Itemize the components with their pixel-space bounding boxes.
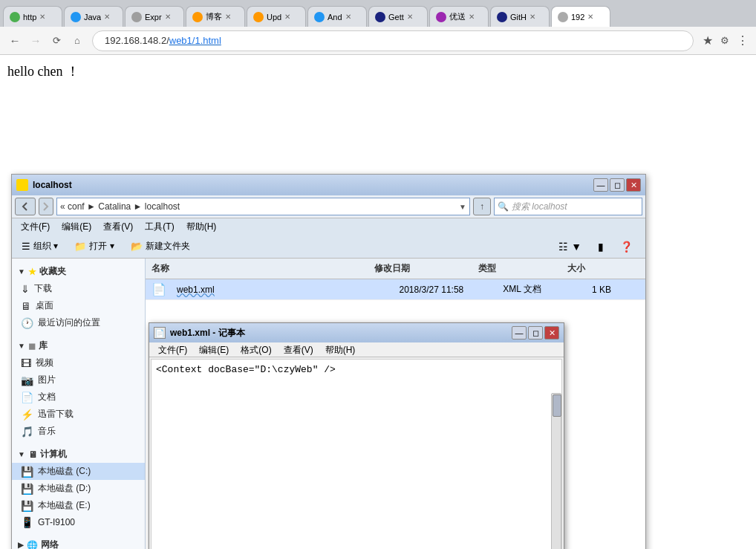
tab-8[interactable]: GitH ✕ bbox=[490, 6, 550, 27]
tab-5[interactable]: And ✕ bbox=[307, 6, 367, 27]
notepad-title: web1.xml - 记事本 bbox=[170, 327, 245, 340]
tab-close-5[interactable]: ✕ bbox=[345, 13, 351, 21]
notepad-menu-edit[interactable]: 编辑(E) bbox=[193, 343, 235, 356]
sidebar-item-pictures[interactable]: 📷 图片 bbox=[12, 371, 145, 389]
sidebar-item-desktop[interactable]: 🖥 桌面 bbox=[12, 297, 145, 314]
sidebar-item-label-drive-c: 本地磁盘 (C:) bbox=[38, 465, 91, 478]
notepad-menu-file[interactable]: 文件(F) bbox=[152, 343, 193, 356]
sidebar-item-thunder[interactable]: ⚡ 迅雷下载 bbox=[12, 406, 145, 423]
phone-icon: 📱 bbox=[21, 516, 33, 528]
tab-close-4[interactable]: ✕ bbox=[284, 13, 290, 21]
explorer-breadcrumb[interactable]: « conf ► Catalina ► localhost ▼ bbox=[56, 198, 470, 215]
tab-close-6[interactable]: ✕ bbox=[407, 13, 413, 21]
tab-label-0: http bbox=[23, 13, 36, 22]
explorer-menu-help[interactable]: 帮助(H) bbox=[180, 219, 223, 235]
notepad-titlebar: 📄 web1.xml - 记事本 — ◻ ✕ bbox=[149, 323, 564, 342]
tab-close-8[interactable]: ✕ bbox=[529, 13, 535, 21]
explorer-view-toggle[interactable]: ☷ ▼ bbox=[552, 238, 588, 255]
notepad-restore-button[interactable]: ◻ bbox=[528, 326, 543, 340]
sidebar-item-label-video: 视频 bbox=[36, 357, 53, 369]
file-size-0: 1 KB bbox=[586, 283, 645, 296]
back-button[interactable]: ← bbox=[4, 30, 25, 51]
sidebar-item-label-drive-d: 本地磁盘 (D:) bbox=[38, 482, 91, 495]
explorer-back-button[interactable] bbox=[15, 198, 36, 215]
sidebar-header-network[interactable]: ▶ 🌐 网络 bbox=[12, 536, 145, 549]
breadcrumb-dropdown[interactable]: ▼ bbox=[459, 203, 466, 211]
sidebar-item-downloads[interactable]: ⇓ 下载 bbox=[12, 280, 145, 297]
notepad-menu-help[interactable]: 帮助(H) bbox=[319, 343, 362, 356]
notepad-menu-row: 文件(F) 编辑(E) 格式(O) 查看(V) 帮助(H) bbox=[149, 342, 564, 357]
open-label: 打开 ▾ bbox=[89, 240, 114, 253]
notepad-scrollbar[interactable] bbox=[551, 393, 561, 549]
address-bar[interactable]: 192.168.148.2/web1/1.html bbox=[92, 30, 694, 51]
col-type[interactable]: 类型 bbox=[472, 261, 561, 276]
address-text: 192.168.148.2/web1/1.html bbox=[105, 35, 684, 46]
search-icon: 🔍 bbox=[498, 201, 509, 212]
tab-0[interactable]: http ✕ bbox=[3, 6, 62, 27]
notepad-menu-view[interactable]: 查看(V) bbox=[278, 343, 319, 356]
col-size[interactable]: 大小 bbox=[561, 261, 621, 276]
reload-button[interactable]: ⟳ bbox=[46, 30, 67, 51]
home-button[interactable]: ⌂ bbox=[67, 30, 88, 51]
file-list-header: 名称 修改日期 类型 大小 bbox=[146, 259, 645, 279]
col-date[interactable]: 修改日期 bbox=[368, 261, 472, 276]
sidebar-item-drive-d[interactable]: 💾 本地磁盘 (D:) bbox=[12, 480, 145, 497]
sidebar-item-drive-c[interactable]: 💾 本地磁盘 (C:) bbox=[12, 463, 145, 480]
sidebar-item-drive-e[interactable]: 💾 本地磁盘 (E:) bbox=[12, 497, 145, 514]
explorer-new-folder-button[interactable]: 📂 新建文件夹 bbox=[124, 238, 197, 255]
explorer-restore-button[interactable]: ◻ bbox=[610, 178, 625, 192]
explorer-up-button[interactable]: ↑ bbox=[473, 198, 491, 215]
forward-button[interactable]: → bbox=[25, 30, 46, 51]
tab-close-0[interactable]: ✕ bbox=[39, 13, 45, 21]
tab-6[interactable]: Gett ✕ bbox=[368, 6, 428, 27]
tab-close-2[interactable]: ✕ bbox=[165, 13, 171, 21]
explorer-details-toggle[interactable]: ▮ bbox=[591, 238, 610, 255]
tab-bar: http ✕ Java ✕ Expr ✕ 博客 ✕ Upd ✕ And ✕ bbox=[0, 0, 756, 27]
notepad-content-area[interactable]: <Context docBase="D:\czyWeb" /> bbox=[151, 359, 562, 549]
file-row-0[interactable]: 📄 web1.xml 2018/3/27 11:58 XML 文档 1 KB bbox=[146, 279, 645, 300]
sidebar-item-music[interactable]: 🎵 音乐 bbox=[12, 423, 145, 440]
explorer-forward-button[interactable] bbox=[39, 198, 53, 215]
col-name[interactable]: 名称 bbox=[146, 261, 368, 276]
explorer-help-button[interactable]: ❓ bbox=[613, 238, 639, 255]
explorer-menu-view[interactable]: 查看(V) bbox=[97, 219, 139, 235]
sidebar-item-label-phone: GT-I9100 bbox=[38, 517, 75, 527]
tab-1[interactable]: Java ✕ bbox=[64, 6, 123, 27]
sidebar-item-video[interactable]: 🎞 视频 bbox=[12, 354, 145, 371]
explorer-organize-button[interactable]: ☰ 组织 ▾ bbox=[15, 238, 65, 255]
notepad-close-button[interactable]: ✕ bbox=[544, 326, 559, 340]
tab-7[interactable]: 优送 ✕ bbox=[429, 6, 489, 27]
sidebar-item-label-drive-e: 本地磁盘 (E:) bbox=[38, 499, 91, 512]
tab-9[interactable]: 192 ✕ bbox=[551, 6, 610, 27]
sidebar-header-computer[interactable]: ▼ 🖥 计算机 bbox=[12, 446, 145, 463]
explorer-open-button[interactable]: 📁 打开 ▾ bbox=[68, 238, 120, 255]
sidebar-item-phone[interactable]: 📱 GT-I9100 bbox=[12, 514, 145, 530]
notepad-window: 📄 web1.xml - 记事本 — ◻ ✕ 文件(F) 编辑(E) 格式(O)… bbox=[149, 322, 564, 549]
recent-icon: 🕐 bbox=[21, 317, 33, 329]
explorer-menu-edit[interactable]: 编辑(E) bbox=[56, 219, 97, 235]
notepad-scrollbar-thumb[interactable] bbox=[553, 394, 561, 417]
explorer-search-box[interactable]: 🔍 搜索 localhost bbox=[494, 198, 642, 215]
sidebar-header-favorites[interactable]: ▼ ★ 收藏夹 bbox=[12, 263, 145, 280]
menu-button[interactable]: ⋮ bbox=[734, 30, 752, 51]
new-folder-label: 新建文件夹 bbox=[146, 240, 190, 253]
extensions-button[interactable]: ⚙ bbox=[717, 32, 732, 49]
tab-close-3[interactable]: ✕ bbox=[225, 13, 231, 21]
tab-2[interactable]: Expr ✕ bbox=[125, 6, 184, 27]
sidebar-header-library[interactable]: ▼ ◼ 库 bbox=[12, 337, 145, 354]
explorer-close-button[interactable]: ✕ bbox=[626, 178, 641, 192]
tab-close-1[interactable]: ✕ bbox=[104, 13, 110, 21]
explorer-menu-tools[interactable]: 工具(T) bbox=[139, 219, 180, 235]
bookmark-button[interactable]: ★ bbox=[700, 30, 716, 51]
tab-3[interactable]: 博客 ✕ bbox=[186, 6, 245, 27]
explorer-menu-file[interactable]: 文件(F) bbox=[15, 219, 56, 235]
tab-close-9[interactable]: ✕ bbox=[587, 13, 593, 21]
tab-close-7[interactable]: ✕ bbox=[469, 13, 475, 21]
notepad-menu-format[interactable]: 格式(O) bbox=[235, 343, 277, 356]
sidebar-item-recent[interactable]: 🕐 最近访问的位置 bbox=[12, 314, 145, 331]
tab-4[interactable]: Upd ✕ bbox=[247, 6, 306, 27]
notepad-minimize-button[interactable]: — bbox=[512, 326, 527, 340]
tab-label-2: Expr bbox=[145, 13, 162, 22]
sidebar-item-documents[interactable]: 📄 文档 bbox=[12, 389, 145, 406]
explorer-minimize-button[interactable]: — bbox=[593, 178, 608, 192]
